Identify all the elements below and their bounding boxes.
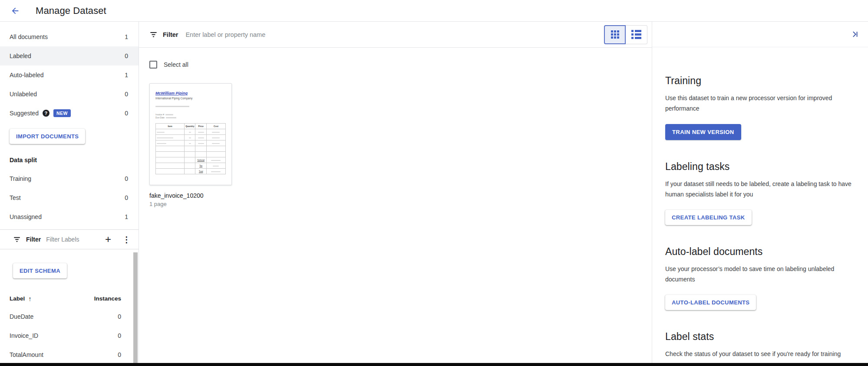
label-filter-input[interactable]: [46, 236, 94, 243]
top-header: Manage Dataset: [0, 0, 868, 22]
section-description: Use this dataset to train a new processo…: [665, 93, 855, 114]
create-labeling-task-button[interactable]: CREATE LABELING TASK: [665, 210, 752, 225]
sidebar-scrollbar[interactable]: [133, 252, 138, 363]
schema-row-duedate[interactable]: DueDate 0: [0, 307, 139, 326]
section-description: Check the status of your dataset to see …: [665, 349, 855, 359]
sidebar-item-auto-labeled[interactable]: Auto-labeled 1: [0, 65, 139, 85]
list-view-button[interactable]: [626, 25, 647, 44]
back-arrow-icon[interactable]: [10, 6, 21, 16]
help-icon[interactable]: ?: [43, 110, 50, 117]
sidebar-item-label: Suggested: [10, 110, 39, 117]
label-filter-bar: Filter + ⋮: [0, 229, 139, 249]
auto-label-documents-button[interactable]: AUTO-LABEL DOCUMENTS: [665, 295, 756, 310]
sidebar-item-unlabeled[interactable]: Unlabeled 0: [0, 85, 139, 104]
grid-view-icon: [611, 30, 619, 39]
filter-icon: [149, 30, 158, 39]
document-page-count: 1 page: [149, 201, 641, 207]
invoice-preview-title: McWilliam Piping: [155, 91, 226, 95]
sidebar-item-test[interactable]: Test 0: [0, 188, 139, 207]
dataset-sidebar: All documents 1 Labeled 0 Auto-labeled 1…: [0, 22, 139, 363]
sidebar-item-label: Labeled: [10, 52, 31, 59]
sidebar-item-label: Unlabeled: [10, 91, 37, 98]
sidebar-item-training[interactable]: Training 0: [0, 169, 139, 188]
schema-label: DueDate: [10, 313, 33, 320]
documents-filter-label: Filter: [163, 31, 178, 38]
documents-filter-input[interactable]: [185, 31, 604, 38]
sidebar-item-label: Unassigned: [10, 213, 42, 220]
view-toggle: [604, 25, 647, 44]
document-filter-list: All documents 1 Labeled 0 Auto-labeled 1…: [0, 22, 139, 123]
sidebar-item-label: Auto-labeled: [10, 72, 44, 78]
section-description: If your dataset still needs to be labele…: [665, 179, 855, 199]
invoice-preview-subtitle: International Piping Company: [155, 97, 226, 100]
sidebar-item-count: 0: [125, 175, 128, 182]
schema-row-invoice-id[interactable]: Invoice_ID 0: [0, 326, 139, 345]
page-title: Manage Dataset: [36, 5, 106, 16]
schema-instances: 0: [118, 332, 121, 339]
sidebar-item-count: 0: [125, 52, 128, 59]
schema-section: EDIT SCHEMA Label ↑ Instances DueDate 0 …: [0, 263, 139, 363]
sidebar-item-count: 1: [125, 72, 128, 78]
select-all-control[interactable]: Select all: [149, 61, 641, 69]
schema-table-header: Label ↑ Instances: [0, 290, 139, 307]
sidebar-item-suggested[interactable]: Suggested ? NEW 0: [0, 104, 139, 123]
manage-dataset-page: Manage Dataset All documents 1 Labeled 0…: [0, 0, 868, 366]
import-documents-button[interactable]: IMPORT DOCUMENTS: [10, 129, 85, 144]
label-filter-label: Filter: [26, 236, 41, 243]
add-label-icon[interactable]: +: [105, 234, 111, 245]
sidebar-item-all-documents[interactable]: All documents 1: [0, 27, 139, 46]
sidebar-item-unassigned[interactable]: Unassigned 1: [0, 207, 139, 226]
labeling-tasks-section: Labeling tasks If your dataset still nee…: [665, 161, 855, 246]
column-instances[interactable]: Instances: [94, 295, 121, 302]
collapse-panel-icon[interactable]: [850, 29, 860, 39]
documents-filter-bar: Filter: [139, 22, 652, 48]
invoice-preview-table: Item Quantity Price Cost Subtotal Tax To…: [155, 123, 226, 174]
data-split-list: Training 0 Test 0 Unassigned 1: [0, 169, 139, 226]
actions-panel-header: [652, 22, 868, 47]
schema-instances: 0: [118, 313, 121, 320]
section-title: Auto-label documents: [665, 246, 855, 258]
document-name: fake_invoice_10200: [149, 192, 641, 199]
data-split-title: Data split: [0, 155, 139, 165]
sidebar-item-label: All documents: [10, 33, 48, 40]
select-all-checkbox[interactable]: [149, 61, 157, 69]
schema-row-totalamount[interactable]: TotalAmount 0: [0, 345, 139, 363]
column-label[interactable]: Label: [10, 295, 25, 302]
section-title: Label stats: [665, 331, 855, 343]
sidebar-item-label: Training: [10, 175, 31, 182]
filter-icon: [13, 235, 21, 243]
schema-instances: 0: [118, 351, 121, 358]
train-new-version-button[interactable]: TRAIN NEW VERSION: [665, 124, 741, 140]
edit-schema-button[interactable]: EDIT SCHEMA: [13, 263, 67, 278]
sidebar-item-count: 0: [125, 91, 128, 98]
screen-bottom-edge: [0, 363, 868, 366]
sort-ascending-icon[interactable]: ↑: [28, 295, 32, 302]
sidebar-item-count: 1: [125, 213, 128, 220]
documents-main-area: Filter Select all: [139, 22, 652, 363]
section-title: Training: [665, 75, 855, 87]
auto-label-section: Auto-label documents Use your processor’…: [665, 246, 855, 331]
document-thumbnail[interactable]: McWilliam Piping International Piping Co…: [149, 83, 232, 185]
grid-view-button[interactable]: [604, 25, 626, 44]
new-badge: NEW: [53, 109, 71, 117]
section-description: Use your processor’s model to save time …: [665, 264, 855, 284]
section-title: Labeling tasks: [665, 161, 855, 173]
label-stats-section: Label stats Check the status of your dat…: [665, 331, 855, 359]
training-section: Training Use this dataset to train a new…: [665, 75, 855, 161]
list-view-icon: [631, 30, 641, 39]
select-all-label: Select all: [164, 61, 188, 68]
more-vert-icon[interactable]: ⋮: [122, 235, 131, 244]
schema-label: TotalAmount: [10, 351, 43, 358]
schema-label: Invoice_ID: [10, 332, 38, 339]
sidebar-item-count: 0: [125, 110, 128, 117]
sidebar-item-count: 0: [125, 194, 128, 201]
sidebar-item-count: 1: [125, 33, 128, 40]
actions-panel: Training Use this dataset to train a new…: [652, 22, 868, 363]
sidebar-item-label: Test: [10, 194, 21, 201]
sidebar-item-labeled[interactable]: Labeled 0: [0, 46, 139, 65]
